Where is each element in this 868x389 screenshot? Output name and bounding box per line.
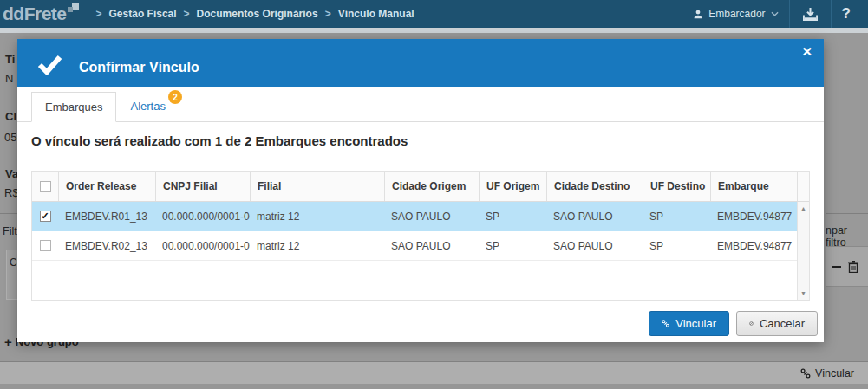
cell-embarque: EMBDEV.94877 [710,202,797,230]
cell-uf-destino: SP [643,231,710,260]
bg-value-fragment: N [5,72,13,85]
col-embarque[interactable]: Embarque [710,172,797,201]
modal-message: O vínculo será realizado com 1 de 2 Emba… [31,133,810,148]
bg-filter-actions-fragment [826,246,868,287]
cell-uf-origem: SP [479,202,546,230]
bg-label-fragment: Va [5,167,18,180]
chevron-down-icon [771,11,779,16]
cell-cidade-origem: SAO PAULO [384,231,479,260]
modal-header: Confirmar Vínculo ✕ [17,39,824,87]
link-icon [800,368,811,379]
cancel-icon [749,318,754,329]
breadcrumb-gestao-fiscal[interactable]: Gestão Fiscal [109,8,177,20]
breadcrumb-vinculo-manual[interactable]: Vínculo Manual [338,8,414,20]
col-cnpj-filial[interactable]: CNPJ Filial [155,172,250,201]
cell-order-release: EMBDEV.R01_13 [58,202,155,230]
bg-vincular-label: Vincular [815,367,854,379]
bg-label-fragment: Cl [5,110,16,123]
table-scrollbar[interactable]: ▲ ▼ [797,202,809,300]
modal-tabs: Embarques Alertas 2 [17,87,824,122]
col-cidade-destino[interactable]: Cidade Destino [546,172,643,201]
cell-filial: matriz 12 [250,202,384,230]
modal-title: Confirmar Vínculo [79,60,199,75]
app-logo[interactable]: ddFrete [3,3,79,25]
cell-cidade-origem: SAO PAULO [384,202,479,230]
cell-uf-destino: SP [643,202,710,230]
remove-filter-icon[interactable] [832,266,841,268]
close-icon[interactable]: ✕ [801,45,813,58]
cell-embarque: EMBDEV.94877 [710,231,797,260]
select-all-checkbox[interactable] [40,181,51,192]
cell-cnpj-filial: 00.000.000/0001-00 [155,202,250,230]
bg-footer-bar: Vincular [0,362,868,384]
tab-alertas[interactable]: Alertas 2 [116,91,179,121]
check-icon [36,54,63,79]
bg-field-fragment: C [10,256,17,269]
user-menu-label: Embarcador [708,8,765,20]
embarques-table: Order Release CNPJ Filial Filial Cidade … [31,171,810,301]
chevron-right-icon: > [184,8,190,20]
col-order-release[interactable]: Order Release [58,172,155,201]
app-logo-text: ddFrete [3,3,67,25]
bg-limpar-filtro-fragment[interactable]: npar filtro [826,224,868,249]
modal-footer-buttons: Vincular Cancelar [649,311,818,336]
table-header-row: Order Release CNPJ Filial Filial Cidade … [32,172,809,202]
col-uf-origem[interactable]: UF Origem [479,172,546,201]
vincular-button[interactable]: Vincular [649,311,729,336]
cancelar-button-label: Cancelar [760,317,805,330]
scrollbar-header-spacer [797,172,809,201]
chevron-right-icon: > [96,8,102,20]
table-row[interactable]: ✓ EMBDEV.R01_13 00.000.000/0001-00 matri… [32,202,797,231]
tab-alertas-label: Alertas [130,100,165,113]
bg-divider [0,213,17,214]
bg-label-fragment: Ti [5,53,15,66]
cell-uf-origem: SP [479,231,546,260]
cell-cidade-destino: SAO PAULO [546,231,643,260]
bg-value-fragment: 05 [4,131,16,144]
bg-bottom-strip [0,384,868,389]
download-icon [802,7,819,22]
bg-vincular-action[interactable]: Vincular [800,367,854,379]
bg-filtros-fragment: Filt [3,225,17,237]
col-cidade-origem[interactable]: Cidade Origem [384,172,479,201]
select-all-cell [32,172,58,201]
help-button[interactable]: ? [832,5,861,23]
user-icon [693,9,703,20]
table-row[interactable]: EMBDEV.R02_13 00.000.000/0001-00 matriz … [32,231,797,261]
breadcrumb-documentos-originarios[interactable]: Documentos Originários [197,8,318,20]
trash-icon[interactable] [848,261,858,273]
scroll-down-icon[interactable]: ▼ [798,290,809,296]
cell-order-release: EMBDEV.R02_13 [58,231,155,260]
chevron-right-icon: > [325,8,331,20]
top-navigation-bar: ddFrete > Gestão Fiscal > Documentos Ori… [0,0,868,28]
cancelar-button[interactable]: Cancelar [736,311,818,336]
cell-filial: matriz 12 [250,231,384,260]
tab-embarques[interactable]: Embarques [31,92,116,122]
breadcrumb: > Gestão Fiscal > Documentos Originários… [89,8,414,20]
bg-divider [826,213,868,214]
logo-squares-icon [68,3,79,15]
confirmar-vinculo-modal: Confirmar Vínculo ✕ Embarques Alertas 2 … [17,39,824,342]
col-uf-destino[interactable]: UF Destino [643,172,710,201]
user-menu[interactable]: Embarcador [682,8,788,20]
cell-cidade-destino: SAO PAULO [546,202,643,230]
row-checkbox-cell: ✓ [32,202,58,230]
plus-icon: + [4,334,12,349]
page-header-strip [0,28,868,33]
scroll-up-icon[interactable]: ▲ [798,205,809,211]
row-checkbox[interactable]: ✓ [40,211,51,222]
row-checkbox[interactable] [40,240,51,251]
download-button[interactable] [790,7,831,22]
cell-cnpj-filial: 00.000.000/0001-00 [155,231,250,260]
col-filial[interactable]: Filial [250,172,384,201]
alertas-count-badge: 2 [168,90,182,104]
vincular-button-label: Vincular [675,317,716,330]
row-checkbox-cell [32,231,58,260]
link-icon [662,318,669,329]
